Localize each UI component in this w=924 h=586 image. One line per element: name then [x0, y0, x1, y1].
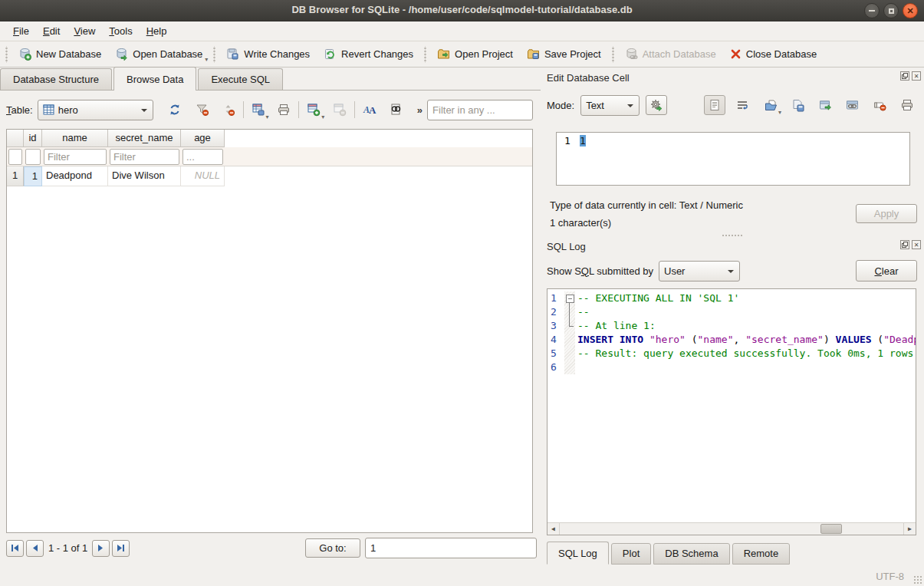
cell-secret_name[interactable]: Dive Wilson [108, 166, 181, 186]
left-pane: Database Structure Browse Data Execute S… [0, 67, 541, 568]
minimize-icon[interactable] [864, 3, 880, 18]
close-icon[interactable]: ✕ [903, 3, 918, 18]
dock-tab-sql-log[interactable]: SQL Log [547, 542, 609, 565]
open-in-external-button[interactable] [815, 95, 837, 115]
dock-tab-remote[interactable]: Remote [732, 543, 791, 565]
toolbar-handle[interactable] [4, 46, 9, 63]
mode-select[interactable]: Text [580, 95, 640, 116]
refresh-button[interactable] [164, 100, 186, 120]
open-database-button[interactable]: Open Database ▾ [108, 44, 209, 64]
word-wrap-button[interactable] [732, 95, 753, 115]
folder-save-icon [527, 48, 540, 61]
open-project-button[interactable]: Open Project [430, 44, 520, 64]
menu-help[interactable]: Help [140, 23, 174, 39]
menu-tools[interactable]: Tools [102, 23, 139, 39]
new-database-button[interactable]: New Database [12, 44, 108, 64]
sql-source-select[interactable]: User [659, 261, 740, 281]
insert-record-button[interactable]: ▾ [303, 100, 324, 120]
copy-link-button[interactable] [842, 95, 863, 115]
tab-database-structure[interactable]: Database Structure [0, 68, 112, 91]
row-header[interactable]: 1 [7, 166, 24, 186]
next-record-button[interactable] [92, 540, 110, 557]
table-select[interactable]: hero [38, 100, 153, 120]
export-table-button[interactable]: ▾ [248, 100, 269, 120]
previous-record-button[interactable] [26, 540, 44, 557]
resize-grip-icon[interactable] [913, 575, 922, 584]
link-icon [846, 99, 859, 112]
main-tabs: Database Structure Browse Data Execute S… [0, 67, 541, 91]
goto-input[interactable] [365, 538, 537, 558]
toolbar-separator [354, 101, 355, 118]
dock-tab-plot[interactable]: Plot [611, 543, 651, 565]
chevron-down-icon: ▾ [266, 114, 269, 120]
scroll-right-icon[interactable]: ▶ [903, 523, 916, 535]
save-project-button[interactable]: Save Project [520, 44, 608, 64]
sql-source-value: User [664, 265, 685, 277]
row-filter-box[interactable] [8, 149, 22, 165]
column-header-id[interactable]: id [24, 130, 42, 147]
first-record-button[interactable] [6, 540, 24, 557]
menu-edit[interactable]: Edit [36, 23, 67, 39]
table-icon [43, 104, 54, 115]
filter-input-secret_name[interactable]: Filter [110, 149, 179, 165]
clear-filters-button[interactable] [192, 100, 213, 120]
import-cell-data-button[interactable]: ▾ [760, 95, 781, 115]
menu-file[interactable]: File [6, 23, 36, 39]
table-row: 11DeadpondDive WilsonNULL [7, 166, 532, 186]
float-dock-icon[interactable] [900, 240, 909, 249]
cell-name[interactable]: Deadpond [42, 166, 108, 186]
last-record-button[interactable] [112, 540, 130, 557]
grid-corner[interactable] [7, 130, 24, 147]
sql-code: -- Result: query executed successfully. … [575, 347, 916, 360]
export-table-icon [252, 103, 265, 117]
scrollbar-thumb[interactable] [820, 524, 842, 534]
revert-changes-button[interactable]: Revert Changes [317, 44, 420, 64]
menu-view[interactable]: View [67, 23, 102, 39]
maximize-icon[interactable] [883, 3, 899, 18]
auto-switch-mode-button[interactable] [646, 95, 667, 115]
fold-collapse-icon[interactable] [564, 291, 575, 305]
apply-button[interactable]: Apply [856, 204, 917, 223]
sql-log-line: 3-- At line 1: [547, 319, 916, 333]
print-cell-button[interactable] [896, 95, 918, 115]
cell-id[interactable]: 1 [24, 166, 42, 186]
filter-input-age[interactable]: ... [182, 149, 223, 165]
encoding-label: UTF-8 [876, 571, 904, 582]
toolbar-handle-3[interactable] [610, 46, 616, 63]
scroll-left-icon[interactable]: ◀ [547, 523, 560, 535]
column-header-secret_name[interactable]: secret_name [108, 130, 181, 147]
sql-log-editor[interactable]: 1-- EXECUTING ALL IN 'SQL 1'2--3-- At li… [547, 288, 916, 535]
open-external-icon [819, 99, 832, 112]
float-dock-icon[interactable] [900, 71, 909, 81]
horizontal-scrollbar[interactable]: ◀ ▶ [547, 522, 916, 535]
text-mode-button[interactable] [704, 95, 725, 115]
clear-log-button[interactable]: Clear [856, 260, 917, 281]
toolbar-handle-2[interactable] [423, 46, 428, 63]
dock-splitter[interactable] [721, 233, 744, 238]
goto-button[interactable]: Go to: [305, 538, 360, 558]
find-in-cells-button[interactable] [385, 100, 406, 120]
dock-tab-db-schema[interactable]: DB Schema [653, 543, 729, 565]
filter-any-input[interactable] [427, 100, 533, 120]
close-dock-icon[interactable]: ✕ [912, 240, 921, 249]
revert-changes-label: Revert Changes [341, 48, 413, 60]
scrollbar-track[interactable] [560, 523, 903, 535]
column-header-age[interactable]: age [181, 130, 225, 147]
toolbar-overflow-icon[interactable]: » [417, 104, 423, 116]
tab-browse-data[interactable]: Browse Data [113, 67, 196, 91]
open-file-icon [765, 99, 778, 112]
format-toolbar-button[interactable]: AA [359, 100, 380, 120]
tab-execute-sql[interactable]: Execute SQL [198, 68, 283, 91]
clear-sorting-button[interactable] [218, 100, 239, 120]
close-database-button[interactable]: Close Database [723, 45, 824, 63]
cell-age[interactable]: NULL [181, 166, 225, 186]
filter-input-id[interactable] [25, 149, 41, 165]
filter-input-name[interactable]: Filter [44, 149, 107, 165]
write-changes-button[interactable]: Write Changes [219, 44, 317, 64]
cell-editor[interactable]: 1 1 [556, 132, 910, 186]
export-cell-data-button[interactable] [788, 95, 809, 115]
print-button[interactable] [274, 100, 295, 120]
set-null-button[interactable] [870, 95, 891, 115]
column-header-name[interactable]: name [42, 130, 108, 147]
close-dock-icon[interactable]: ✕ [912, 71, 921, 81]
